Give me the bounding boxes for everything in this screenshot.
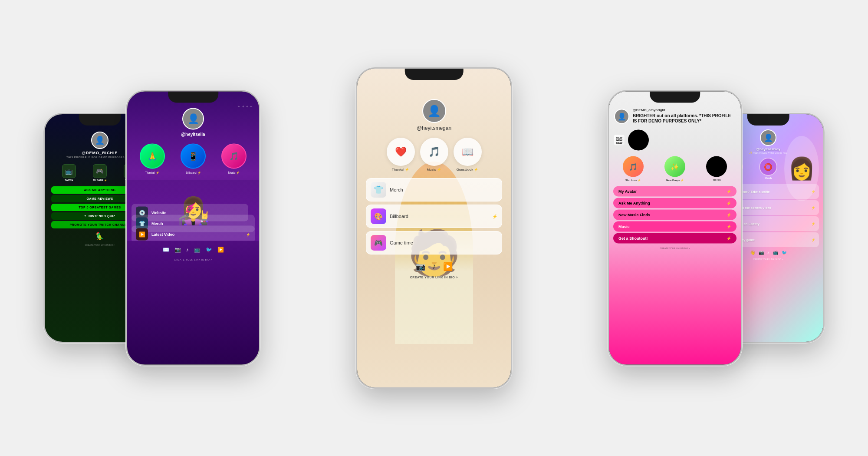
phone1-avatar: 👤 bbox=[91, 132, 108, 149]
phone3-btn-music[interactable]: 🎵 bbox=[420, 138, 448, 166]
phone5-social-tiktok[interactable]: ♪ bbox=[767, 250, 769, 255]
phone5-username: @heyitsashley bbox=[756, 147, 780, 151]
phone3-avatar-area: 👤 @heyitsmegan bbox=[357, 99, 511, 131]
phone3-btn-thanks[interactable]: ❤️ bbox=[387, 138, 415, 166]
phone4-footer: CREATE YOUR LINK IN BIO > bbox=[609, 245, 741, 252]
phone2-icon-thanks[interactable]: 🙏 bbox=[140, 144, 165, 169]
phone2-social-twitter[interactable]: 🐦 bbox=[206, 247, 212, 253]
phone2-notch bbox=[168, 92, 218, 103]
phone1-notch bbox=[79, 114, 121, 126]
phone1-icon-label-twitch: TWITCH bbox=[65, 179, 73, 182]
phone-2: ✦ ✦ ✦ ✦ 👤 @heyitsella 🙏 Thanks! ⚡ 📱 Bill… bbox=[126, 90, 260, 366]
phone3-avatar: 👤 bbox=[422, 99, 446, 123]
phone2-social-instagram[interactable]: 📷 bbox=[174, 247, 181, 253]
phone3-link-game[interactable]: 🎮 Game time bbox=[366, 231, 502, 254]
phone4-icons-row: 🎵 Sho Love ⚡ ✨ New Drops ⚡ ♪ TikTok bbox=[609, 153, 741, 185]
phone4-link-shoutout[interactable]: Get a Shoutout! ⚡ bbox=[613, 233, 736, 244]
phone2-artist-area: 👩‍🎤 💿 Website 👕 Merch ▶️ Latest Video ⚡ bbox=[127, 180, 259, 241]
phone2-footer: CREATE YOUR LINK IN BIO > bbox=[127, 256, 259, 263]
phone2-avatar: 👤 bbox=[182, 108, 204, 130]
phone5-social-twitch[interactable]: 📺 bbox=[773, 250, 778, 255]
phone1-icon-label-game: MY GAME ⚡ bbox=[93, 179, 106, 182]
phone4-icon-newdrops: ✨ New Drops ⚡ bbox=[664, 156, 685, 182]
phone2-icon-music[interactable]: 🎵 bbox=[221, 144, 247, 169]
phone1-tagline: THIS PROFILE IS FOR DEMO PURPOSES ONLY bbox=[66, 156, 133, 159]
phone4-top-section: 👤 @DEMO_amybright BRIGHTER out on all pl… bbox=[609, 105, 741, 128]
phone4-username: @DEMO_amybright bbox=[633, 108, 736, 112]
phone3-username: @heyitsmegan bbox=[417, 125, 451, 131]
phone3-link-merch[interactable]: 👕 Merch bbox=[366, 178, 502, 202]
phone4-link-avatar[interactable]: My Avatar ⚡ bbox=[613, 186, 736, 197]
phone2-link-video[interactable]: ▶️ Latest Video ⚡ bbox=[132, 226, 255, 241]
phone-3-center: 🧑 👤 @heyitsmegan ❤️ Thanks! ⚡ 🎵 bbox=[356, 67, 512, 389]
phone4-link-newmusic[interactable]: New Music Finds ⚡ bbox=[613, 210, 736, 220]
phone4-icon-tiktok: ♪ TikTok bbox=[706, 156, 727, 182]
phone3-btn-guestbook[interactable]: 📖 bbox=[454, 138, 482, 166]
phone4-link-music[interactable]: Music ⚡ bbox=[613, 221, 736, 232]
phone5-bg-figure: 👩 bbox=[784, 136, 819, 201]
phone3-social-tiktok[interactable]: ♪ bbox=[432, 262, 436, 271]
phone5-avatar: 👤 bbox=[760, 129, 776, 146]
phone2-icons-row: 🙏 Thanks! ⚡ 📱 Billboard ⚡ 🎵 Music ⚡ bbox=[127, 140, 259, 178]
phone3-social-instagram[interactable]: 📷 bbox=[416, 262, 425, 271]
phone4-headline: BRIGHTER out on all platforms. *THIS PRO… bbox=[633, 113, 736, 124]
phone3-social-row: 📷 ♪ ▶️ bbox=[357, 260, 511, 274]
phone1-username: @DEMO_RICHIE bbox=[82, 151, 118, 155]
phone1-icon-game[interactable]: 🎮 bbox=[93, 164, 107, 178]
phone4-avatar: 👤 bbox=[614, 109, 629, 124]
phone3-social-youtube[interactable]: ▶️ bbox=[443, 262, 453, 271]
phone5-icon-merch: ⭕ Merch bbox=[759, 158, 777, 179]
phone3-content: 👤 @heyitsmegan ❤️ Thanks! ⚡ 🎵 Music ⚡ bbox=[357, 84, 511, 281]
phone-4: 👤 @DEMO_amybright BRIGHTER out on all pl… bbox=[608, 90, 742, 366]
phone3-footer: CREATE YOUR LINK IN BIO > bbox=[357, 274, 511, 281]
phone5-social-instagram[interactable]: 📷 bbox=[759, 250, 764, 255]
phone5-social-twitter[interactable]: 🐦 bbox=[782, 250, 787, 255]
phone3-link-billboard[interactable]: 🎨 Billboard ⚡ bbox=[366, 205, 502, 228]
phone4-link-ama[interactable]: Ask Me Anything ⚡ bbox=[613, 198, 736, 208]
phone5-notch bbox=[747, 114, 789, 126]
phone2-icon-billboard[interactable]: 📱 bbox=[181, 144, 206, 169]
phone2-username: @heyitsella bbox=[181, 132, 205, 137]
phone3-links: 👕 Merch 🎨 Billboard ⚡ 🎮 Game time bbox=[357, 176, 511, 260]
phone2-social-row: ✉️ 📷 ♪ 📺 🐦 ▶️ bbox=[127, 243, 259, 256]
phones-container: 👤 @DEMO_RICHIE THIS PROFILE IS FOR DEMO … bbox=[0, 0, 868, 456]
phone3-top-buttons: ❤️ Thanks! ⚡ 🎵 Music ⚡ 📖 Guestbook ⚡ bbox=[357, 131, 511, 174]
phone2-social-twitch[interactable]: 📺 bbox=[194, 247, 201, 253]
phone2-social-tiktok[interactable]: ♪ bbox=[186, 247, 189, 253]
phone5-social-wave[interactable]: 👋 bbox=[750, 250, 755, 255]
phone1-icon-twitch[interactable]: 📺 bbox=[62, 164, 76, 178]
phone2-social-youtube[interactable]: ▶️ bbox=[217, 247, 224, 253]
phone4-new-area: NEWNEWNEW ♪ bbox=[609, 128, 741, 153]
phone2-avatar-area: 👤 @heyitsella bbox=[127, 105, 259, 137]
phone2-stars: ✦ ✦ ✦ ✦ bbox=[237, 105, 253, 109]
phone3-notch bbox=[405, 69, 464, 80]
phone4-icon-sholove: 🎵 Sho Love ⚡ bbox=[623, 156, 644, 182]
phone4-tiktok-icon[interactable]: ♪ bbox=[628, 130, 649, 151]
phone2-social-email[interactable]: ✉️ bbox=[163, 247, 169, 253]
phone5-tagline: ✨ main moves ✦ the vibe is real bbox=[749, 151, 787, 154]
phone4-notch bbox=[650, 92, 700, 103]
